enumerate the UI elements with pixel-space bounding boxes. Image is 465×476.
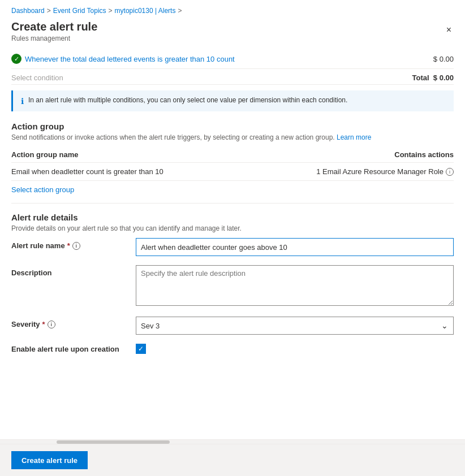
breadcrumb-sep-2: > xyxy=(109,7,113,15)
severity-info-icon[interactable]: i xyxy=(48,321,55,328)
breadcrumb-alerts[interactable]: mytopic0130 | Alerts xyxy=(115,7,176,15)
breadcrumb-event-grid[interactable]: Event Grid Topics xyxy=(53,7,106,15)
severity-label: Severity * i xyxy=(11,317,136,328)
select-condition-label[interactable]: Select condition xyxy=(11,73,63,82)
action-group-actions: 1 Email Azure Resource Manager Role i xyxy=(316,167,454,176)
description-input[interactable] xyxy=(136,265,454,306)
total-value: $ 0.00 xyxy=(433,73,454,82)
footer: Create alert rule xyxy=(0,444,465,476)
breadcrumb-sep-3: > xyxy=(178,7,182,15)
severity-select[interactable]: Sev 0 Sev 1 Sev 2 Sev 3 Sev 4 xyxy=(136,317,454,335)
required-star-name: * xyxy=(67,241,70,250)
checkmark-icon: ✓ xyxy=(138,345,144,353)
breadcrumb: Dashboard > Event Grid Topics > mytopic0… xyxy=(0,0,465,18)
action-group-desc: Send notifications or invoke actions whe… xyxy=(11,133,454,141)
severity-row: Severity * i Sev 0 Sev 1 Sev 2 Sev 3 Sev… xyxy=(11,317,454,335)
action-table-header: Action group name Contains actions xyxy=(11,147,454,163)
learn-more-link[interactable]: Learn more xyxy=(337,133,371,141)
breadcrumb-sep-1: > xyxy=(47,7,51,15)
enable-alert-checkbox[interactable]: ✓ xyxy=(136,344,146,354)
condition-row: ✓ Whenever the total dead lettered event… xyxy=(11,49,454,69)
condition-cost: $ 0.00 xyxy=(433,55,454,63)
scrollbar-area[interactable] xyxy=(0,439,465,444)
description-input-wrap xyxy=(136,265,454,308)
name-label-text: Alert rule name xyxy=(11,241,65,250)
action-group-actions-text: 1 Email Azure Resource Manager Role xyxy=(316,167,444,176)
select-action-group-link[interactable]: Select action group xyxy=(11,185,74,194)
description-row: Description xyxy=(11,265,454,308)
alert-rule-name-row: Alert rule name * i xyxy=(11,238,454,256)
enable-alert-label: Enable alert rule upon creation xyxy=(11,345,136,353)
action-group-section: Action group Send notifications or invok… xyxy=(11,122,454,194)
total-cost: Total $ 0.00 xyxy=(412,73,454,82)
panel-header: Create alert rule Rules management × xyxy=(0,18,465,42)
select-condition-row: Select condition Total $ 0.00 xyxy=(11,69,454,85)
col2-header: Contains actions xyxy=(394,150,454,159)
info-icon: ℹ xyxy=(21,97,24,106)
required-star-severity: * xyxy=(42,320,45,328)
enable-alert-row: Enable alert rule upon creation ✓ xyxy=(11,344,454,354)
total-label: Total xyxy=(412,73,429,82)
description-label: Description xyxy=(11,265,136,277)
condition-text[interactable]: Whenever the total dead lettered events … xyxy=(25,55,235,63)
header-left: Create alert rule Rules management xyxy=(11,20,97,42)
info-banner: ℹ In an alert rule with multiple conditi… xyxy=(11,90,454,111)
check-circle-icon: ✓ xyxy=(11,54,21,64)
page-title: Create alert rule xyxy=(11,20,97,33)
severity-select-wrap: Sev 0 Sev 1 Sev 2 Sev 3 Sev 4 xyxy=(136,317,454,335)
alert-rule-name-input[interactable] xyxy=(136,238,454,256)
alert-rule-details-title: Alert rule details xyxy=(11,213,454,222)
breadcrumb-dashboard[interactable]: Dashboard xyxy=(11,7,45,15)
condition-link[interactable]: ✓ Whenever the total dead lettered event… xyxy=(11,54,235,64)
action-group-desc-text: Send notifications or invoke actions whe… xyxy=(11,133,335,141)
name-info-icon[interactable]: i xyxy=(72,242,80,250)
alert-rule-details-section: Alert rule details Provide details on yo… xyxy=(11,213,454,354)
alert-rule-name-input-wrap xyxy=(136,238,454,256)
action-group-row: Email when deadletter count is greater t… xyxy=(11,163,454,181)
content-area: ✓ Whenever the total dead lettered event… xyxy=(0,42,465,439)
close-button[interactable]: × xyxy=(444,23,454,37)
action-group-name: Email when deadletter count is greater t… xyxy=(11,167,316,176)
actions-info-icon[interactable]: i xyxy=(446,168,454,176)
action-group-title: Action group xyxy=(11,122,454,131)
col1-header: Action group name xyxy=(11,150,78,159)
severity-label-text: Severity xyxy=(11,320,40,328)
create-alert-rule-button[interactable]: Create alert rule xyxy=(11,451,88,469)
alert-rule-name-label: Alert rule name * i xyxy=(11,238,136,250)
description-label-text: Description xyxy=(11,269,52,277)
divider xyxy=(11,203,454,204)
page-subtitle: Rules management xyxy=(11,34,97,42)
alert-rule-details-desc: Provide details on your alert rule so th… xyxy=(11,224,454,232)
info-banner-text: In an alert rule with multiple condition… xyxy=(28,96,347,104)
scrollbar-thumb[interactable] xyxy=(57,440,170,444)
